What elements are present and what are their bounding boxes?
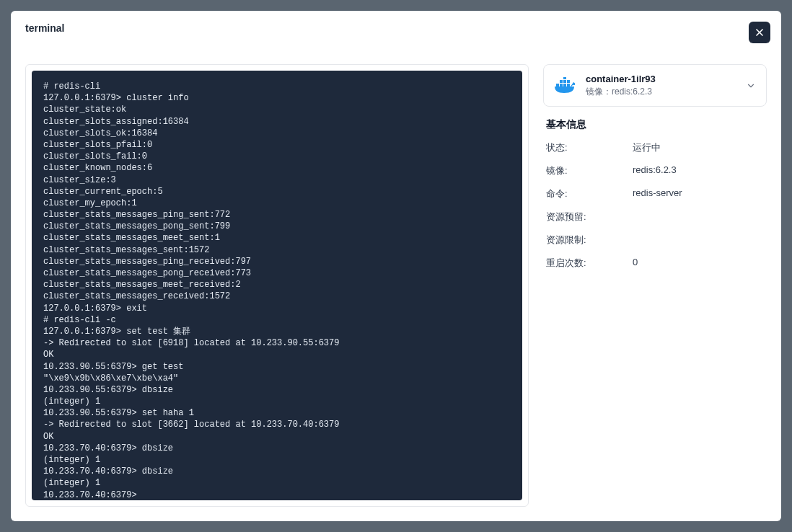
modal-title: terminal bbox=[25, 22, 64, 34]
svg-rect-7 bbox=[563, 80, 566, 83]
svg-rect-3 bbox=[560, 84, 563, 87]
chevron-down-icon bbox=[746, 81, 756, 91]
info-row: 资源预留: bbox=[546, 210, 764, 223]
svg-rect-5 bbox=[567, 84, 570, 87]
info-value: 0 bbox=[633, 257, 638, 270]
info-value: 运行中 bbox=[633, 141, 661, 154]
info-row: 命令:redis-server bbox=[546, 187, 764, 200]
terminal-panel: # redis-cli 127.0.0.1:6379> cluster info… bbox=[25, 64, 529, 507]
svg-rect-6 bbox=[560, 80, 563, 83]
svg-rect-9 bbox=[563, 77, 566, 79]
docker-icon bbox=[554, 74, 577, 97]
terminal-console[interactable]: # redis-cli 127.0.0.1:6379> cluster info… bbox=[32, 71, 522, 500]
container-image-value: redis:6.2.3 bbox=[612, 87, 652, 97]
info-rows: 状态:运行中镜像:redis:6.2.3命令:redis-server资源预留:… bbox=[546, 141, 764, 270]
basic-info-title: 基本信息 bbox=[546, 118, 764, 131]
container-image-line: 镜像：redis:6.2.3 bbox=[586, 87, 737, 98]
info-label: 资源预留: bbox=[546, 210, 633, 223]
info-row: 镜像:redis:6.2.3 bbox=[546, 164, 764, 177]
info-row: 状态:运行中 bbox=[546, 141, 764, 154]
info-label: 资源限制: bbox=[546, 234, 633, 247]
svg-rect-8 bbox=[567, 80, 570, 83]
info-value: redis:6.2.3 bbox=[633, 164, 677, 177]
modal-body: # redis-cli 127.0.0.1:6379> cluster info… bbox=[11, 43, 781, 521]
svg-rect-4 bbox=[563, 84, 566, 87]
container-info: container-1ilr93 镜像：redis:6.2.3 bbox=[586, 74, 737, 97]
container-name: container-1ilr93 bbox=[586, 74, 737, 86]
info-row: 资源限制: bbox=[546, 234, 764, 247]
info-value: redis-server bbox=[633, 187, 682, 200]
side-panel: container-1ilr93 镜像：redis:6.2.3 基本信息 状态:… bbox=[543, 64, 767, 507]
info-label: 重启次数: bbox=[546, 257, 633, 270]
close-icon bbox=[754, 27, 765, 38]
svg-rect-2 bbox=[556, 84, 559, 87]
info-label: 状态: bbox=[546, 141, 633, 154]
info-label: 镜像: bbox=[546, 164, 633, 177]
info-label: 命令: bbox=[546, 187, 633, 200]
terminal-modal: terminal # redis-cli 127.0.0.1:6379> clu… bbox=[11, 11, 781, 521]
close-button[interactable] bbox=[749, 22, 770, 43]
modal-header: terminal bbox=[11, 11, 781, 43]
info-row: 重启次数:0 bbox=[546, 257, 764, 270]
basic-info-section: 基本信息 状态:运行中镜像:redis:6.2.3命令:redis-server… bbox=[543, 118, 767, 280]
container-image-prefix: 镜像： bbox=[586, 87, 612, 97]
container-selector[interactable]: container-1ilr93 镜像：redis:6.2.3 bbox=[543, 64, 767, 107]
